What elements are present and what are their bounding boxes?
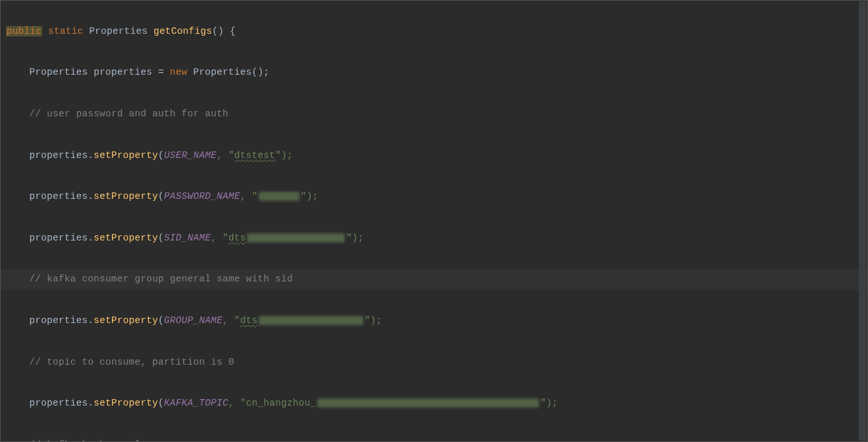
constant-ref: GROUP_NAME — [164, 315, 223, 326]
string-literal: dtstest — [234, 150, 275, 161]
var-type: Properties — [29, 67, 94, 77]
var-decl: properties = — [94, 67, 170, 77]
constant-ref: SID_NAME — [164, 233, 211, 243]
redacted-text — [259, 316, 363, 325]
keyword-static: static — [48, 26, 83, 36]
string-close: "); — [346, 233, 364, 243]
keyword-new: new — [170, 67, 187, 77]
punct: ( — [158, 315, 164, 326]
constant-ref: USER_NAME — [164, 150, 217, 161]
method-call: setProperty — [94, 315, 158, 326]
method-call: setProperty — [94, 150, 158, 161]
string-open: , " — [228, 398, 246, 408]
return-type: Properties — [89, 26, 148, 36]
code-line: properties.setProperty(GROUP_NAME, "dts"… — [1, 311, 867, 332]
string-head: dts — [228, 233, 246, 243]
code-line: // kafka broker url — [1, 435, 867, 442]
comment: // kafka broker url — [29, 439, 141, 442]
redacted-text — [259, 192, 299, 201]
method-call: setProperty — [94, 233, 158, 243]
constant-ref: KAFKA_TOPIC — [164, 398, 228, 408]
comment: // kafka consumer group general same wit… — [29, 274, 293, 284]
code-line-highlighted: // kafka consumer group general same wit… — [1, 269, 867, 290]
constant-ref: PASSWORD_NAME — [164, 191, 240, 202]
brace: { — [224, 26, 236, 36]
code-line: // topic to consume, partition is 0 — [1, 352, 867, 373]
comment: // topic to consume, partition is 0 — [29, 357, 234, 367]
method-call: setProperty — [94, 398, 158, 408]
string-open: , " — [240, 191, 258, 202]
vertical-scrollbar[interactable] — [859, 1, 867, 441]
punct: ( — [158, 398, 164, 408]
string-head: dts — [240, 315, 258, 326]
call-target: properties. — [29, 191, 94, 202]
code-line: properties.setProperty(SID_NAME, "dts"); — [1, 228, 867, 249]
string-close: "); — [275, 150, 293, 161]
punct: ( — [158, 233, 164, 243]
code-line: public static Properties getConfigs() { — [1, 21, 867, 42]
string-head: cn_hangzhou_ — [246, 398, 316, 408]
method-name: getConfigs — [154, 26, 212, 36]
paren: () — [212, 26, 224, 36]
string-close: "); — [301, 191, 318, 202]
constructor-type: Properties — [187, 67, 252, 77]
keyword-public: public — [6, 26, 42, 36]
method-call: setProperty — [94, 191, 158, 202]
call-target: properties. — [29, 233, 94, 243]
string-open: , " — [217, 150, 234, 161]
code-line: properties.setProperty(USER_NAME, "dtste… — [1, 146, 867, 166]
code-line: // user password and auth for auth — [1, 104, 867, 125]
code-editor[interactable]: public static Properties getConfigs() { … — [1, 1, 867, 442]
string-open: , " — [211, 233, 228, 243]
redacted-text — [247, 233, 345, 242]
code-line: Properties properties = new Properties()… — [1, 62, 867, 83]
comment: // user password and auth for auth — [29, 109, 228, 119]
call-target: properties. — [29, 150, 94, 161]
string-open: , " — [223, 315, 240, 326]
code-line: properties.setProperty(KAFKA_TOPIC, "cn_… — [1, 393, 867, 414]
call-target: properties. — [29, 398, 94, 408]
code-line: properties.setProperty(PASSWORD_NAME, ""… — [1, 187, 867, 207]
punct: ( — [158, 150, 164, 161]
string-close: "); — [540, 398, 558, 408]
punct: ( — [158, 191, 164, 202]
call-target: properties. — [29, 315, 94, 326]
punct: (); — [252, 67, 269, 77]
string-close: "); — [364, 315, 382, 326]
redacted-text — [318, 398, 539, 408]
